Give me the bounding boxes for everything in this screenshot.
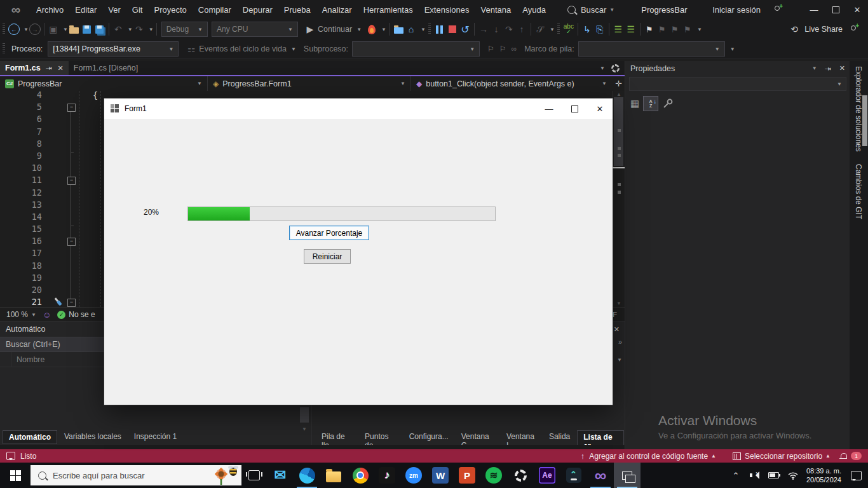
continue-label[interactable]: Continuar: [318, 25, 352, 34]
process-dropdown[interactable]: [13844] ProgressBar.exe▼: [48, 41, 179, 57]
property-pages-wrench-icon[interactable]: [662, 98, 674, 109]
chevron-down-icon[interactable]: ▼: [291, 46, 296, 52]
taskbar-file-explorer[interactable]: [320, 463, 347, 488]
categorized-view-icon[interactable]: ▦: [630, 98, 639, 109]
taskbar-clock[interactable]: 08:39 a. m. 20/05/2024: [806, 466, 841, 484]
taskbar-after-effects[interactable]: Ae: [534, 463, 560, 488]
menu-ver[interactable]: Ver: [102, 0, 126, 19]
spell-check-button[interactable]: abc✓: [562, 22, 575, 36]
step-out-button[interactable]: ↷: [503, 22, 515, 36]
minimize-button[interactable]: —: [803, 0, 825, 19]
subprocess-dropdown[interactable]: ▼: [352, 41, 480, 57]
save-all-button[interactable]: [93, 22, 106, 36]
chevron-down-icon[interactable]: ▼: [356, 27, 362, 32]
chevron-down-icon[interactable]: ▼: [421, 27, 426, 32]
close-panel-icon[interactable]: ✕: [614, 325, 620, 334]
zoom-level-dropdown[interactable]: 100 %: [6, 310, 28, 319]
menu-git[interactable]: Git: [126, 0, 149, 19]
flag-columns-icon[interactable]: ⚐: [499, 44, 506, 53]
new-project-button[interactable]: ▣: [47, 22, 60, 36]
action-center-icon[interactable]: [846, 463, 865, 488]
intellitrace-button[interactable]: 𝒮: [534, 22, 546, 36]
taskbar-powerpoint[interactable]: P: [454, 463, 480, 488]
find-in-files-button[interactable]: [392, 22, 405, 36]
editor-scrollbar[interactable]: ▲ ▼: [612, 91, 625, 307]
tab-configuracion[interactable]: Configura...: [403, 430, 454, 443]
navigate-forward-button[interactable]: →: [29, 22, 41, 36]
toolbar-overflow-icon[interactable]: »: [618, 338, 622, 346]
notifications-bell-icon[interactable]: [839, 452, 847, 460]
window-position-icon[interactable]: ▼: [812, 65, 817, 71]
navigate-back-button[interactable]: ←: [8, 22, 20, 36]
taskbar-spotify[interactable]: ≋: [480, 463, 507, 488]
taskbar-chrome[interactable]: [347, 463, 374, 488]
chevron-down-icon[interactable]: ▼: [63, 27, 68, 32]
tray-chevron-up-icon[interactable]: ⌃: [726, 463, 745, 488]
chevron-down-icon[interactable]: ▼: [697, 27, 702, 32]
wifi-icon[interactable]: [783, 463, 803, 488]
type-dropdown[interactable]: ◈ ProgressBar.Form1 ▼: [208, 76, 411, 91]
taskbar-phone-link[interactable]: [560, 463, 587, 488]
chevron-down-icon[interactable]: ▼: [31, 312, 36, 318]
object-selector-dropdown[interactable]: ▼: [629, 77, 846, 91]
toolbar-grip[interactable]: [3, 24, 5, 35]
form1-titlebar[interactable]: Form1 — ✕: [104, 98, 613, 119]
pin-icon[interactable]: 📌︎: [44, 63, 54, 73]
tab-form1-designer[interactable]: Form1.cs [Diseño]: [69, 61, 143, 75]
step-over-button[interactable]: →: [477, 22, 490, 36]
share-person-icon[interactable]: [846, 22, 859, 36]
chevron-down-icon[interactable]: ▼: [128, 27, 133, 32]
chevron-down-icon[interactable]: ▼: [24, 27, 29, 32]
solution-explorer-home-button[interactable]: ⌂: [405, 22, 417, 36]
member-dropdown[interactable]: ◆ button1_Click(object sender, EventArgs…: [411, 76, 612, 91]
toolbar-overflow-icon[interactable]: ▼: [730, 46, 735, 52]
goto-definition-button[interactable]: ↳: [581, 22, 593, 36]
taskbar-zoom[interactable]: zm: [400, 463, 427, 488]
toolbar-grip[interactable]: [3, 43, 5, 55]
stack-frame-dropdown[interactable]: ▼: [578, 41, 725, 57]
continue-button[interactable]: ▶: [304, 22, 316, 36]
pin-icon[interactable]: 📌︎: [823, 63, 833, 73]
fold-toggle-line5[interactable]: −: [67, 104, 76, 112]
increase-indent-button[interactable]: ☰: [625, 22, 637, 36]
open-file-button[interactable]: [68, 22, 81, 36]
live-share-label[interactable]: Live Share: [804, 25, 843, 34]
hot-reload-button[interactable]: [365, 22, 378, 36]
taskbar-edge[interactable]: [294, 463, 320, 488]
menu-ventana[interactable]: Ventana: [475, 0, 517, 19]
tab-cambios-de-git[interactable]: Cambios de GIT: [854, 164, 863, 219]
background-tasks-icon[interactable]: [6, 452, 15, 460]
break-all-button[interactable]: [433, 22, 446, 36]
taskbar-tiktok[interactable]: ♪: [374, 463, 400, 488]
gear-icon[interactable]: [611, 64, 620, 72]
close-panel-icon[interactable]: ✕: [839, 64, 845, 72]
edge-scrollbar[interactable]: [862, 95, 867, 146]
next-bookmark-button[interactable]: ⚑: [668, 22, 681, 36]
menu-proyecto[interactable]: Proyecto: [148, 0, 192, 19]
sign-in-button[interactable]: Iniciar sesión: [707, 0, 766, 19]
watch-scrollbar[interactable]: ▼: [299, 406, 310, 444]
save-button[interactable]: [81, 22, 93, 36]
menu-depurar[interactable]: Depurar: [237, 0, 278, 19]
previous-bookmark-button[interactable]: ⚑: [656, 22, 668, 36]
flag-icon[interactable]: ⚐: [487, 44, 494, 53]
redo-button[interactable]: ↷: [133, 22, 146, 36]
reiniciar-button[interactable]: Reiniciar: [304, 249, 351, 264]
clear-bookmarks-button[interactable]: ⚑: [681, 22, 694, 36]
select-repository-button[interactable]: Seleccionar repositorio: [745, 452, 822, 461]
taskbar-search-input[interactable]: Escribe aquí para buscar: [31, 465, 241, 485]
form-close-button[interactable]: ✕: [587, 98, 613, 119]
volume-muted-icon[interactable]: [745, 463, 764, 488]
add-source-control-button[interactable]: Agregar al control de código fuente: [589, 452, 708, 461]
form-minimize-button[interactable]: —: [536, 98, 562, 119]
solution-platform-dropdown[interactable]: Any CPU▼: [212, 22, 298, 37]
battery-icon[interactable]: [764, 463, 783, 488]
taskbar-word[interactable]: W: [427, 463, 454, 488]
bing-daily-flower-image[interactable]: [212, 465, 240, 485]
start-button[interactable]: [0, 463, 31, 488]
chevron-down-icon[interactable]: ▼: [550, 27, 555, 32]
feedback-smiley-icon[interactable]: ☺: [43, 310, 51, 320]
fold-toggle-line16[interactable]: −: [67, 238, 76, 246]
menu-herramientas[interactable]: Herramientas: [358, 0, 419, 19]
taskbar-visual-studio[interactable]: ∞: [587, 463, 614, 488]
